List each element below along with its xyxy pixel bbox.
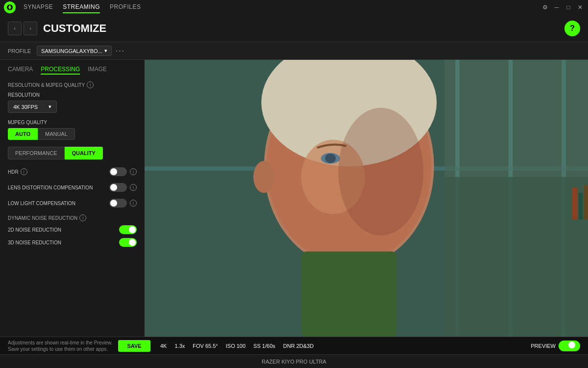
- camera-preview: [145, 60, 588, 337]
- forward-button[interactable]: ›: [24, 22, 37, 35]
- profile-name: SAMSUNGGALAXYBO...: [41, 48, 102, 54]
- mjpeg-auto-button[interactable]: AUTO: [8, 128, 38, 140]
- minimize-icon[interactable]: ─: [553, 3, 561, 11]
- camera-name-bar: RAZER KIYO PRO ULTRA: [0, 354, 588, 368]
- info-line-2: Save your settings to use them on other …: [8, 346, 112, 352]
- dnr-3d-toggle[interactable]: [119, 238, 137, 247]
- maximize-icon[interactable]: □: [564, 3, 572, 11]
- page-title: CUSTOMIZE: [43, 22, 564, 35]
- tab-image[interactable]: IMAGE: [88, 66, 107, 75]
- lens-distortion-label: LENS DISTORTION COMPENSATION: [8, 185, 93, 190]
- performance-button[interactable]: PERFORMANCE: [8, 147, 65, 159]
- preview-text: PREVIEW: [531, 343, 556, 349]
- nav-synapse[interactable]: SYNAPSE: [24, 1, 53, 13]
- hdr-toggle[interactable]: [109, 167, 127, 176]
- save-button[interactable]: SAVE: [118, 340, 150, 352]
- lens-distortion-toggle[interactable]: [109, 183, 127, 192]
- lens-distortion-info-icon[interactable]: i: [130, 184, 137, 191]
- stat-iso: ISO 100: [226, 343, 245, 349]
- nav-profiles[interactable]: PROFILES: [110, 1, 141, 13]
- hdr-row: HDR i i: [8, 167, 137, 176]
- svg-rect-10: [584, 185, 588, 220]
- camera-preview-panel: [145, 60, 588, 337]
- bottom-info-text: Adjustments are shown real-time in the P…: [8, 340, 112, 352]
- lens-distortion-row: LENS DISTORTION COMPENSATION i: [8, 183, 137, 192]
- title-bar: SYNAPSE STREAMING PROFILES ⚙ ─ □ ✕: [0, 0, 588, 15]
- header-bar: ‹ › CUSTOMIZE ?: [0, 15, 588, 42]
- stat-fov: FOV 65.5°: [193, 343, 218, 349]
- tab-camera[interactable]: CAMERA: [8, 66, 33, 75]
- dnr-section: DYNAMIC NOISE REDUCTION i 2D NOISE REDUC…: [8, 214, 137, 247]
- svg-rect-7: [444, 177, 588, 337]
- mjpeg-sub-label: MJPEG QUALITY: [8, 120, 137, 125]
- chevron-down-icon: ▾: [104, 48, 107, 54]
- quality-button[interactable]: QUALITY: [65, 147, 103, 159]
- razer-logo: [4, 1, 16, 13]
- dnr-info-icon[interactable]: i: [79, 214, 86, 221]
- chevron-down-icon: ▾: [49, 104, 51, 110]
- svg-rect-9: [579, 193, 583, 219]
- profile-dropdown[interactable]: SAMSUNGGALAXYBO... ▾: [37, 46, 112, 56]
- perf-quality-row: PERFORMANCE QUALITY: [8, 147, 137, 159]
- stat-ss: SS 1/60s: [253, 343, 275, 349]
- help-button[interactable]: ?: [564, 21, 580, 36]
- dnr-2d-toggle[interactable]: [119, 225, 137, 234]
- window-controls: ⚙ ─ □ ✕: [541, 3, 584, 11]
- back-button[interactable]: ‹: [8, 22, 22, 35]
- stat-dnr: DNR 2D&3D: [283, 343, 314, 349]
- profile-more-button[interactable]: ···: [116, 47, 125, 55]
- profile-label: PROFILE: [8, 48, 31, 54]
- left-panel: CAMERA PROCESSING IMAGE RESOLUTION & MJP…: [0, 60, 145, 337]
- hdr-label: HDR i: [8, 168, 27, 175]
- mjpeg-manual-button[interactable]: MANUAL: [38, 128, 75, 140]
- bottom-right: 4K 1.3x FOV 65.5° ISO 100 SS 1/60s DNR 2…: [152, 341, 580, 351]
- low-light-info-icon[interactable]: i: [130, 200, 137, 207]
- bottom-bar: Adjustments are shown real-time in the P…: [0, 337, 588, 354]
- resolution-info-icon[interactable]: i: [87, 81, 94, 88]
- info-line-1: Adjustments are shown real-time in the P…: [8, 340, 112, 346]
- dnr-3d-label: 3D NOISE REDUCTION: [8, 240, 61, 245]
- nav-arrows: ‹ ›: [8, 22, 37, 35]
- bottom-left: Adjustments are shown real-time in the P…: [8, 340, 152, 352]
- low-light-label: LOW LIGHT COMPENSATION: [8, 201, 75, 206]
- nav-streaming[interactable]: STREAMING: [63, 1, 100, 13]
- mjpeg-toggle-group: AUTO MANUAL: [8, 128, 137, 140]
- lens-distortion-toggle-row: i: [109, 183, 137, 192]
- preview-toggle[interactable]: [559, 341, 580, 351]
- resolution-mjpeg-section-label: RESOLUTION & MJPEG QUALITY i: [8, 81, 137, 88]
- svg-point-20: [253, 161, 274, 193]
- preview-label-row: PREVIEW: [531, 341, 580, 351]
- tab-processing[interactable]: PROCESSING: [41, 66, 80, 75]
- close-icon[interactable]: ✕: [576, 3, 584, 11]
- stat-zoom: 1.3x: [174, 343, 185, 349]
- dnr-3d-row: 3D NOISE REDUCTION: [8, 238, 137, 247]
- main-layout: CAMERA PROCESSING IMAGE RESOLUTION & MJP…: [0, 60, 588, 337]
- dnr-2d-label: 2D NOISE REDUCTION: [8, 227, 61, 233]
- hdr-help-icon[interactable]: i: [130, 168, 137, 175]
- low-light-toggle[interactable]: [109, 199, 127, 208]
- nav-bar: SYNAPSE STREAMING PROFILES: [24, 1, 533, 13]
- resolution-value: 4K 30FPS: [13, 104, 38, 110]
- section-tabs: CAMERA PROCESSING IMAGE: [8, 66, 137, 75]
- hdr-toggle-row: i: [109, 167, 137, 176]
- dnr-2d-row: 2D NOISE REDUCTION: [8, 225, 137, 234]
- resolution-dropdown[interactable]: 4K 30FPS ▾: [8, 101, 57, 113]
- resolution-sub-label: RESOLUTION: [8, 92, 137, 98]
- settings-icon[interactable]: ⚙: [541, 3, 549, 11]
- camera-name: RAZER KIYO PRO ULTRA: [262, 359, 326, 365]
- low-light-row: LOW LIGHT COMPENSATION i: [8, 199, 137, 208]
- dnr-label: DYNAMIC NOISE REDUCTION i: [8, 214, 137, 221]
- stat-resolution: 4K: [160, 343, 167, 349]
- svg-rect-8: [572, 187, 578, 219]
- hdr-info-icon[interactable]: i: [21, 168, 27, 175]
- profile-bar: PROFILE SAMSUNGGALAXYBO... ▾ ···: [0, 42, 588, 60]
- low-light-toggle-row: i: [109, 199, 137, 208]
- svg-point-21: [339, 108, 424, 236]
- preview-svg: [145, 60, 588, 337]
- svg-point-19: [325, 154, 336, 163]
- svg-rect-16: [301, 251, 397, 337]
